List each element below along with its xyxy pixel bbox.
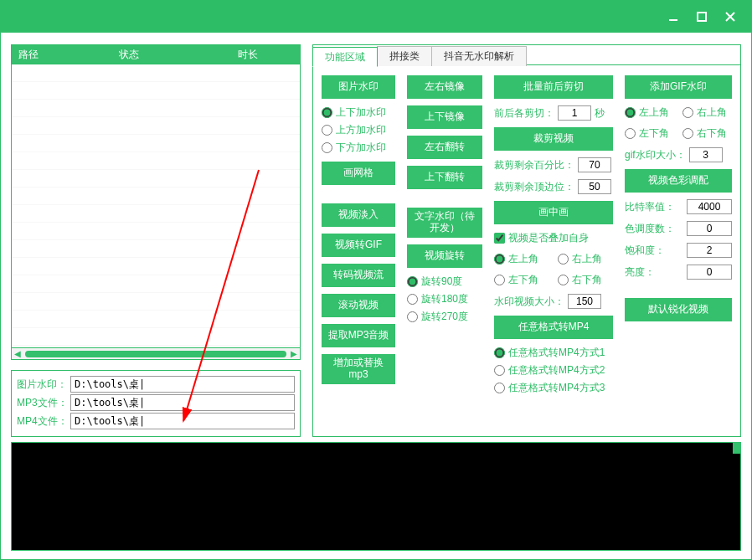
radio-pip-bl[interactable]: 左下角: [494, 273, 549, 287]
radio-gif-tr[interactable]: 右上角: [682, 105, 732, 120]
btn-extract-mp3[interactable]: 提取MP3音频: [322, 324, 395, 347]
input-crop-top[interactable]: [578, 179, 611, 194]
col-mirror: 左右镜像 上下镜像 左右翻转 上下翻转 文字水印（待开发） 视频旋转 旋转90度…: [407, 75, 482, 426]
label-crop-top: 裁剪剩余顶边位：: [494, 180, 574, 194]
col-crop: 批量前后剪切 前后各剪切： 秒 裁剪视频 裁剪剩余百分比： 裁剪剩余顶边位： 画…: [494, 75, 613, 426]
input-saturation[interactable]: [687, 243, 732, 258]
tab-douyin[interactable]: 抖音无水印解析: [431, 46, 527, 66]
label-saturation: 饱和度：: [625, 244, 665, 258]
label-brightness: 亮度：: [625, 265, 655, 280]
input-crop-pct[interactable]: [578, 157, 611, 172]
btn-mirror-lr[interactable]: 左右镜像: [407, 75, 482, 99]
h-scrollbar[interactable]: ◀ ▶: [11, 348, 301, 360]
list-header: 路径 状态 时长: [11, 44, 301, 64]
minimize-button[interactable]: [659, 4, 688, 29]
label-cut-each: 前后各剪切：: [494, 106, 554, 121]
col-image-wm: 图片水印 上下加水印 上方加水印 下方加水印 画网格 视频淡入 视频转GIF 转…: [322, 75, 395, 426]
tab-concat[interactable]: 拼接类: [377, 46, 432, 66]
input-img-watermark[interactable]: [70, 376, 295, 393]
label-crop-pct: 裁剪剩余百分比：: [494, 158, 574, 172]
file-list[interactable]: [11, 64, 301, 348]
btn-togif[interactable]: 视频转GIF: [322, 234, 395, 257]
label-img-watermark: 图片水印：: [17, 378, 70, 392]
btn-transcode[interactable]: 转码视频流: [322, 264, 395, 287]
radio-gif-br[interactable]: 右下角: [682, 126, 732, 141]
label-pip-size: 水印视频大小：: [494, 295, 564, 309]
col-path: 路径: [12, 48, 62, 62]
radio-rot-180[interactable]: 旋转180度: [407, 292, 482, 306]
btn-fadein[interactable]: 视频淡入: [322, 203, 395, 227]
radio-gif-bl[interactable]: 左下角: [625, 126, 674, 141]
btn-flip-lr[interactable]: 左右翻转: [407, 136, 482, 159]
btn-image-watermark[interactable]: 图片水印: [322, 75, 395, 99]
btn-grid[interactable]: 画网格: [322, 162, 395, 185]
maximize-button[interactable]: [688, 4, 716, 29]
radio-wm-bottom[interactable]: 下方加水印: [322, 141, 395, 155]
input-pip-size[interactable]: [568, 294, 601, 309]
btn-flip-ud[interactable]: 上下翻转: [407, 166, 482, 189]
btn-replace-mp3[interactable]: 增加或替换mp3: [322, 354, 395, 384]
btn-scroll-video[interactable]: 滚动视频: [322, 294, 395, 317]
scroll-right-icon[interactable]: ▶: [288, 349, 300, 359]
check-overlay-self[interactable]: 视频是否叠加自身: [494, 231, 613, 245]
input-gif-size[interactable]: [689, 147, 723, 162]
input-cut-each[interactable]: [558, 105, 591, 121]
radio-mp4-m2[interactable]: 任意格式转MP4方式2: [494, 363, 613, 378]
right-panel: 功能区域 拼接类 抖音无水印解析 图片水印 上下加水印 上方加水印 下方加水印: [312, 44, 741, 437]
btn-mirror-ud[interactable]: 上下镜像: [407, 105, 482, 129]
input-mp4-file[interactable]: [70, 413, 295, 429]
svg-rect-1: [698, 13, 706, 21]
input-bitrate[interactable]: [687, 199, 732, 214]
col-duration: 时长: [196, 48, 300, 62]
btn-add-gif-wm[interactable]: 添加GIF水印: [625, 75, 732, 99]
app-window: 路径 状态 时长 ◀ ▶ 图片水印：: [0, 0, 752, 560]
col-status: 状态: [62, 48, 196, 62]
radio-gif-tl[interactable]: 左上角: [625, 105, 674, 120]
btn-any-to-mp4[interactable]: 任意格式转MP4: [494, 316, 613, 339]
radio-wm-both[interactable]: 上下加水印: [322, 105, 395, 120]
btn-pip[interactable]: 画中画: [494, 201, 613, 224]
col-gif-color: 添加GIF水印 左上角 右上角 左下角 右下角 gif水印大小：: [625, 75, 732, 426]
input-brightness[interactable]: [687, 265, 732, 280]
paths-box: 图片水印： MP3文件： MP4文件：: [11, 370, 301, 437]
btn-crop-video[interactable]: 裁剪视频: [494, 127, 613, 151]
titlebar: [1, 1, 751, 33]
label-gif-size: gif水印大小：: [625, 148, 686, 162]
btn-rotate[interactable]: 视频旋转: [407, 244, 482, 268]
log-console[interactable]: [11, 442, 741, 551]
btn-batch-cut[interactable]: 批量前后剪切: [494, 75, 613, 99]
label-hue: 色调度数：: [625, 222, 675, 236]
tab-functions[interactable]: 功能区域: [312, 47, 378, 67]
input-mp3-file[interactable]: [70, 394, 295, 411]
radio-rot-90[interactable]: 旋转90度: [407, 275, 482, 289]
tab-bar: 功能区域 拼接类 抖音无水印解析: [313, 45, 740, 65]
radio-mp4-m1[interactable]: 任意格式转MP4方式1: [494, 346, 613, 360]
label-mp3-file: MP3文件：: [17, 396, 70, 410]
btn-default-sharpen[interactable]: 默认锐化视频: [625, 298, 732, 321]
radio-pip-tr[interactable]: 右上角: [558, 252, 613, 266]
btn-text-wm[interactable]: 文字水印（待开发）: [407, 208, 482, 238]
radio-mp4-m3[interactable]: 任意格式转MP4方式3: [494, 381, 613, 395]
radio-rot-270[interactable]: 旋转270度: [407, 310, 482, 324]
label-mp4-file: MP4文件：: [17, 414, 70, 429]
input-hue[interactable]: [687, 221, 732, 236]
left-panel: 路径 状态 时长 ◀ ▶ 图片水印：: [11, 44, 301, 437]
scroll-thumb[interactable]: [25, 351, 286, 357]
btn-color-adjust[interactable]: 视频色彩调配: [625, 169, 732, 193]
radio-pip-br[interactable]: 右下角: [558, 273, 613, 287]
radio-wm-top[interactable]: 上方加水印: [322, 123, 395, 137]
close-button[interactable]: [716, 4, 744, 29]
scroll-left-icon[interactable]: ◀: [12, 349, 23, 359]
radio-pip-tl[interactable]: 左上角: [494, 252, 549, 266]
label-bitrate: 比特率值：: [625, 200, 675, 214]
